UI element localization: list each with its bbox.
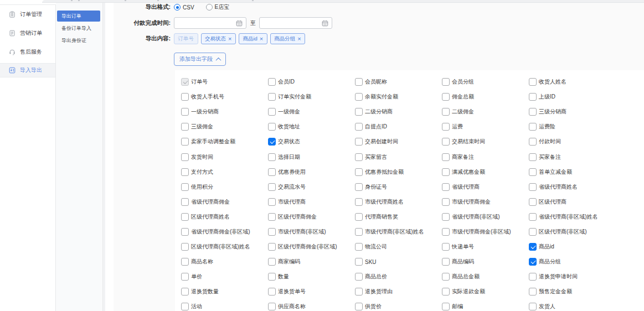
- field-checkbox-item[interactable]: 市级代理商佣金: [442, 198, 529, 206]
- checkbox-unchecked-icon[interactable]: [442, 93, 450, 101]
- field-checkbox-item[interactable]: 使用积分: [181, 183, 268, 191]
- checkbox-unchecked-icon[interactable]: [355, 198, 363, 206]
- calendar-icon[interactable]: [236, 20, 243, 27]
- field-checkbox-item[interactable]: 交易状态: [268, 138, 355, 146]
- field-checkbox-item[interactable]: 省级代理商姓名: [529, 183, 616, 191]
- checkbox-unchecked-icon[interactable]: [442, 153, 450, 161]
- checkbox-checked-icon[interactable]: [181, 78, 189, 86]
- checkbox-unchecked-icon[interactable]: [268, 288, 276, 296]
- field-checkbox-item[interactable]: 单价: [181, 273, 268, 281]
- checkbox-unchecked-icon[interactable]: [355, 168, 363, 176]
- checkbox-unchecked-icon[interactable]: [181, 123, 189, 131]
- field-checkbox-item[interactable]: 自提点ID: [355, 123, 442, 131]
- radio-csv[interactable]: CSV: [174, 4, 194, 11]
- checkbox-unchecked-icon[interactable]: [442, 78, 450, 86]
- field-checkbox-item[interactable]: 三级分销商: [529, 108, 616, 116]
- calendar-icon[interactable]: [322, 20, 328, 27]
- checkbox-unchecked-icon[interactable]: [181, 138, 189, 146]
- field-checkbox-item[interactable]: 满减优惠金额: [442, 168, 529, 176]
- checkbox-unchecked-icon[interactable]: [529, 108, 537, 116]
- checkbox-unchecked-icon[interactable]: [529, 288, 537, 296]
- field-checkbox-item[interactable]: 商品编码: [442, 258, 529, 266]
- checkbox-unchecked-icon[interactable]: [268, 78, 276, 86]
- field-checkbox-item[interactable]: 供应商名称: [268, 303, 355, 310]
- field-checkbox-item[interactable]: 区级代理商姓名: [181, 213, 268, 221]
- subnav-item-export-id-card[interactable]: 导出身份证: [57, 35, 100, 46]
- checkbox-unchecked-icon[interactable]: [355, 123, 363, 131]
- field-checkbox-item[interactable]: 收货地址: [268, 123, 355, 131]
- field-checkbox-item[interactable]: 区级代理商佣金: [268, 213, 355, 221]
- field-checkbox-item[interactable]: 二级分销商: [355, 108, 442, 116]
- checkbox-unchecked-icon[interactable]: [529, 273, 537, 281]
- field-checkbox-item[interactable]: 活动: [181, 303, 268, 310]
- field-checkbox-item[interactable]: 首单立减金额: [529, 168, 616, 176]
- field-checkbox-item[interactable]: 收货人姓名: [529, 78, 616, 86]
- radio-edianbao[interactable]: E店宝: [206, 3, 230, 11]
- field-checkbox-item[interactable]: 退换货申请时间: [529, 273, 616, 281]
- checkbox-unchecked-icon[interactable]: [181, 303, 189, 310]
- checkbox-unchecked-icon[interactable]: [268, 108, 276, 116]
- field-checkbox-item[interactable]: 买家备注: [529, 153, 616, 161]
- tag-product-group[interactable]: 商品分组 ×: [270, 33, 305, 44]
- close-icon[interactable]: ×: [297, 36, 301, 42]
- field-checkbox-item[interactable]: 代理商销售奖: [355, 213, 442, 221]
- checkbox-unchecked-icon[interactable]: [355, 303, 363, 310]
- checkbox-unchecked-icon[interactable]: [442, 243, 450, 251]
- field-checkbox-item[interactable]: 供货价: [355, 303, 442, 310]
- checkbox-unchecked-icon[interactable]: [181, 153, 189, 161]
- field-checkbox-item[interactable]: 商家编码: [268, 258, 355, 266]
- checkbox-unchecked-icon[interactable]: [529, 78, 537, 86]
- field-checkbox-item[interactable]: 省级代理商: [442, 183, 529, 191]
- field-checkbox-item[interactable]: 一级分销商: [181, 108, 268, 116]
- field-checkbox-item[interactable]: 区级代理商(非区域)姓名: [181, 243, 268, 251]
- field-checkbox-item[interactable]: 佣金总额: [442, 93, 529, 101]
- checkbox-unchecked-icon[interactable]: [181, 198, 189, 206]
- field-checkbox-item[interactable]: 市级代理商姓名: [355, 198, 442, 206]
- field-checkbox-item[interactable]: 优惠券使用: [268, 168, 355, 176]
- field-checkbox-item[interactable]: 上级ID: [529, 93, 616, 101]
- checkbox-unchecked-icon[interactable]: [268, 168, 276, 176]
- subnav-scrollbar-track[interactable]: [102, 3, 105, 311]
- checkbox-unchecked-icon[interactable]: [181, 258, 189, 266]
- field-checkbox-item[interactable]: 商品总金额: [442, 273, 529, 281]
- field-checkbox-item[interactable]: 会员ID: [268, 78, 355, 86]
- field-checkbox-item[interactable]: 交易流水号: [268, 183, 355, 191]
- checkbox-unchecked-icon[interactable]: [181, 243, 189, 251]
- subnav-item-export-orders[interactable]: 导出订单: [57, 11, 100, 22]
- checkbox-unchecked-icon[interactable]: [355, 213, 363, 221]
- field-checkbox-item[interactable]: 交易创建时间: [355, 138, 442, 146]
- checkbox-unchecked-icon[interactable]: [529, 153, 537, 161]
- field-checkbox-item[interactable]: 商品分组: [529, 258, 616, 266]
- field-checkbox-item[interactable]: 收货人手机号: [181, 93, 268, 101]
- field-checkbox-item[interactable]: 买家留言: [355, 153, 442, 161]
- field-checkbox-item[interactable]: 省级代理商(非区域)姓名: [529, 213, 616, 221]
- field-checkbox-item[interactable]: 卖家手动调整金额: [181, 138, 268, 146]
- checkbox-unchecked-icon[interactable]: [355, 78, 363, 86]
- field-checkbox-item[interactable]: 商品名称: [181, 258, 268, 266]
- checkbox-unchecked-icon[interactable]: [529, 228, 537, 236]
- field-checkbox-item[interactable]: 会员昵称: [355, 78, 442, 86]
- checkbox-unchecked-icon[interactable]: [442, 303, 450, 310]
- checkbox-unchecked-icon[interactable]: [268, 228, 276, 236]
- checkbox-checked-icon[interactable]: [529, 258, 537, 266]
- checkbox-unchecked-icon[interactable]: [181, 288, 189, 296]
- checkbox-unchecked-icon[interactable]: [529, 93, 537, 101]
- field-checkbox-item[interactable]: 省级代理商佣金: [181, 198, 268, 206]
- checkbox-unchecked-icon[interactable]: [529, 123, 537, 131]
- checkbox-unchecked-icon[interactable]: [529, 138, 537, 146]
- checkbox-unchecked-icon[interactable]: [529, 213, 537, 221]
- checkbox-unchecked-icon[interactable]: [355, 183, 363, 191]
- checkbox-unchecked-icon[interactable]: [355, 258, 363, 266]
- field-checkbox-item[interactable]: 市级代理商: [268, 198, 355, 206]
- payment-end-input[interactable]: [264, 18, 319, 28]
- checkbox-unchecked-icon[interactable]: [355, 243, 363, 251]
- field-checkbox-item[interactable]: 交易结束时间: [442, 138, 529, 146]
- checkbox-unchecked-icon[interactable]: [442, 168, 450, 176]
- checkbox-unchecked-icon[interactable]: [442, 288, 450, 296]
- field-checkbox-item[interactable]: 选择日期: [268, 153, 355, 161]
- field-checkbox-item[interactable]: 区级代理商佣金(非区域): [268, 243, 355, 251]
- checkbox-unchecked-icon[interactable]: [181, 93, 189, 101]
- field-checkbox-item[interactable]: 发货时间: [181, 153, 268, 161]
- sidebar-item-order-management[interactable]: 订单管理: [0, 5, 55, 24]
- field-checkbox-item[interactable]: 市级代理商(非区域): [268, 228, 355, 236]
